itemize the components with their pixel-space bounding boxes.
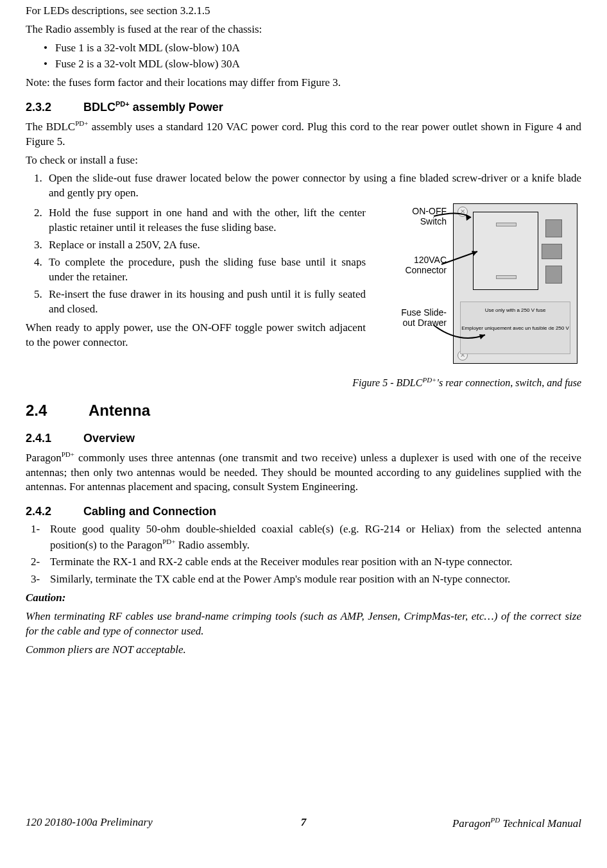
cabling-steps: 1- Route good quality 50-ohm double-shie… — [31, 522, 581, 587]
callout-arrows — [389, 203, 581, 370]
section-232-title-post: assembly Power — [130, 101, 223, 114]
sec241-paragraph: ParagonPD+ commonly uses three antennas … — [26, 450, 581, 495]
fig5-cap-sup: PD+ — [422, 376, 436, 384]
cabling-step-3: 3- Similarly, terminate the TX cable end… — [31, 572, 581, 587]
section-241-number: 2.4.1 — [26, 430, 83, 446]
section-24-number: 2.4 — [26, 400, 89, 421]
fig5-cap-post: 's rear connection, switch, and fuse — [437, 378, 581, 389]
caution-label: Caution: — [26, 591, 581, 606]
cabling-step-2: 2- Terminate the RX-1 and RX-2 cable end… — [31, 555, 581, 570]
section-232-title-pre: BDLC — [83, 101, 115, 114]
section-242-heading: 2.4.2Cabling and Connection — [26, 504, 581, 519]
section-24-heading: 2.4Antenna — [26, 400, 581, 421]
sec232-p1-sup: PD+ — [75, 119, 88, 127]
section-232-heading: 2.3.2BDLCPD+ assembly Power — [26, 99, 581, 115]
section-241-heading: 2.4.1Overview — [26, 430, 581, 446]
radio-fused-intro: The Radio assembly is fused at the rear … — [26, 22, 581, 37]
step-2: Hold the fuse support in one hand and wi… — [45, 206, 366, 235]
footer-page-number: 7 — [26, 815, 581, 830]
step-1: Open the slide-out fuse drawer located b… — [45, 171, 581, 201]
sec241-p1-pre: Paragon — [26, 452, 62, 464]
step-3: Replace or install a 250V, 2A fuse. — [45, 238, 366, 253]
sec241-p1-sup: PD+ — [62, 450, 74, 458]
c3-text: Similarly, terminate the TX cable end at… — [50, 573, 510, 585]
step-5: Re-insert the fuse drawer in its housing… — [45, 287, 366, 317]
svg-marker-2 — [479, 334, 485, 339]
caution-text-1: When terminating RF cables use brand-nam… — [26, 609, 581, 639]
c1-post: Radio assembly. — [175, 538, 250, 550]
fuse2-item: Fuse 2 is a 32-volt MDL (slow-blow) 30A — [44, 57, 581, 72]
c1-pre: Route good quality 50-ohm double-shielde… — [50, 523, 581, 551]
ready-power-note: When ready to apply power, use the ON-OF… — [26, 321, 366, 350]
figure5-diagram: ON-OFF Switch 120VAC Connector Fuse Slid… — [389, 203, 581, 370]
section-232-number: 2.3.2 — [26, 99, 83, 115]
caution-text-2: Common pliers are NOT acceptable. — [26, 643, 581, 658]
cabling-step-1: 1- Route good quality 50-ohm double-shie… — [31, 522, 581, 553]
page-footer: 120 20180-100a Preliminary 7 ParagonPD T… — [26, 815, 581, 831]
sec241-p1-post: commonly uses three antennas (one transm… — [26, 452, 581, 493]
page-content: For LEDs descriptions, see section 3.2.1… — [0, 4, 607, 838]
fuse-note: Note: the fuses form factor and their lo… — [26, 76, 581, 90]
fig5-cap-pre: Figure 5 - BDLC — [352, 378, 422, 389]
fuse-list: Fuse 1 is a 32-volt MDL (slow-blow) 10A … — [44, 41, 581, 72]
section-24-title: Antenna — [89, 402, 150, 419]
svg-marker-0 — [466, 214, 471, 221]
fuse1-item: Fuse 1 is a 32-volt MDL (slow-blow) 10A — [44, 41, 581, 56]
step-4: To complete the procedure, push the slid… — [45, 255, 366, 285]
c2-text: Terminate the RX-1 and RX-2 cable ends a… — [50, 556, 513, 568]
fuse-steps-list: Open the slide-out fuse drawer located b… — [31, 171, 581, 201]
sec232-paragraph1: The BDLCPD+ assembly uses a standard 120… — [26, 119, 581, 149]
section-242-title: Cabling and Connection — [83, 505, 216, 518]
fuse-steps-list-cont: Hold the fuse support in one hand and wi… — [31, 206, 366, 317]
sec232-p1-pre: The BDLC — [26, 121, 75, 133]
section-242-number: 2.4.2 — [26, 504, 83, 519]
c1-sup: PD+ — [162, 538, 175, 545]
section-232-title-sup: PD+ — [115, 100, 130, 108]
sec232-p1-post: assembly uses a standard 120 VAC power c… — [26, 121, 581, 148]
section-241-title: Overview — [83, 432, 135, 445]
check-fuse-intro: To check or install a fuse: — [26, 153, 581, 168]
leds-reference: For LEDs descriptions, see section 3.2.1… — [26, 4, 581, 19]
figure5-caption: Figure 5 - BDLCPD+'s rear connection, sw… — [26, 375, 581, 390]
